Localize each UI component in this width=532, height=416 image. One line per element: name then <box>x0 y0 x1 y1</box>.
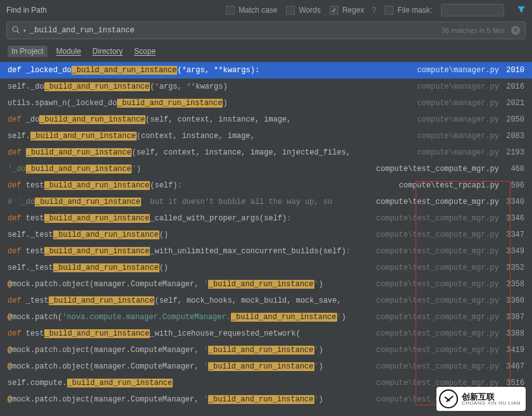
regex-checkbox[interactable]: ✓ Regex <box>330 6 364 15</box>
result-row[interactable]: self._test_build_and_run_instance()compu… <box>0 260 532 276</box>
result-row[interactable]: def test_build_and_run_instance(self):co… <box>0 177 532 194</box>
result-file: compute\manager.py <box>417 148 499 157</box>
result-line: 2016 <box>503 82 524 91</box>
result-line: 2083 <box>503 132 524 141</box>
result-file: compute\test_compute_mgr.py <box>376 214 499 223</box>
result-row[interactable]: def _locked_do_build_and_run_instance(*a… <box>0 62 532 79</box>
svg-point-0 <box>13 27 18 32</box>
result-row[interactable]: # `_do_build_and_run_instance` but it do… <box>0 194 532 210</box>
result-line: 2193 <box>503 148 524 157</box>
file-mask-checkbox[interactable]: File mask: <box>385 6 432 15</box>
result-code: self._do_build_and_run_instance(*args, *… <box>8 82 412 91</box>
regex-help-icon[interactable]: ? <box>372 6 376 15</box>
result-line: 3349 <box>503 247 524 256</box>
result-row[interactable]: '_do_build_and_run_instance')compute\tes… <box>0 161 532 177</box>
search-field[interactable]: ▾ 36 matches in 5 files ✕ <box>6 22 526 39</box>
result-row[interactable]: utils.spawn_n(_locked_do_build_and_run_i… <box>0 95 532 111</box>
dialog-title: Find in Path <box>6 6 47 15</box>
result-row[interactable]: self._test_build_and_run_instance()compu… <box>0 227 532 243</box>
result-code: # `_do_build_and_run_instance` but it do… <box>8 198 371 206</box>
result-file: compute\test_compute_mgr.py <box>376 247 499 256</box>
result-row[interactable]: self._do_build_and_run_instance(*args, *… <box>0 79 532 95</box>
result-file: compute\test_rpcapi.py <box>399 181 499 190</box>
result-code: utils.spawn_n(_locked_do_build_and_run_i… <box>8 99 412 108</box>
results-list[interactable]: def _locked_do_build_and_run_instance(*a… <box>0 62 532 412</box>
words-label: Words <box>299 6 320 15</box>
result-line: 3388 <box>503 329 524 338</box>
result-row[interactable]: def test_build_and_run_instance_called_w… <box>0 210 532 227</box>
result-row[interactable]: @mock.patch.object(manager.ComputeManage… <box>0 276 532 293</box>
match-count: 36 matches in 5 files <box>442 27 505 34</box>
result-code: def test_build_and_run_instance_with_ice… <box>8 329 371 338</box>
result-file: compute\test_compute_mgr.py <box>376 313 499 322</box>
result-code: def test_build_and_run_instance(self): <box>8 181 394 190</box>
result-line: 2010 <box>503 66 524 75</box>
result-code: def _locked_do_build_and_run_instance(*a… <box>8 66 412 75</box>
result-code: @mock.patch('nova.compute.manager.Comput… <box>8 313 371 322</box>
result-row[interactable]: def _do_build_and_run_instance(self, con… <box>0 111 532 128</box>
result-line: 468 <box>503 165 524 173</box>
words-checkbox[interactable]: Words <box>286 6 320 15</box>
clear-icon[interactable]: ✕ <box>511 26 520 35</box>
result-row[interactable]: @mock.patch('nova.compute.manager.Comput… <box>0 309 532 325</box>
result-line: 3387 <box>503 313 524 322</box>
watermark-logo-icon <box>439 389 458 408</box>
result-row[interactable]: def _build_and_run_instance(self, contex… <box>0 144 532 161</box>
result-row[interactable]: @mock.patch.object(manager.ComputeManage… <box>0 358 532 375</box>
checkbox-icon <box>226 6 235 15</box>
checkbox-icon <box>286 6 295 15</box>
result-file: compute\test_compute_mgr.py <box>376 379 499 388</box>
result-file: compute\test_compute_mgr.py <box>376 280 499 289</box>
result-row[interactable]: self._build_and_run_instance(context, in… <box>0 128 532 144</box>
result-file: compute\manager.py <box>417 132 499 141</box>
result-file: compute\test_compute_mgr.py <box>376 165 499 173</box>
result-line: 2050 <box>503 115 524 124</box>
result-line: 3360 <box>503 296 524 305</box>
match-case-checkbox[interactable]: Match case <box>226 6 277 15</box>
svg-line-1 <box>17 31 19 33</box>
watermark-en: CHUANG XIN HU LIAN <box>462 401 521 406</box>
search-input[interactable] <box>30 26 438 35</box>
result-file: compute\test_compute_mgr.py <box>376 329 499 338</box>
regex-label: Regex <box>342 6 364 15</box>
result-line: 2021 <box>503 99 524 108</box>
result-code: def _build_and_run_instance(self, contex… <box>8 148 412 157</box>
result-code: def _test_build_and_run_instance(self, m… <box>8 296 371 305</box>
result-code: self.compute._build_and_run_instance <box>8 379 371 388</box>
dialog-header: Find in Path Match case Words ✓ Regex ? … <box>0 0 532 20</box>
result-line: 3419 <box>503 346 524 355</box>
checkbox-icon: ✓ <box>330 6 338 15</box>
result-line: 3352 <box>503 263 524 272</box>
scope-tab-scope[interactable]: Scope <box>132 46 158 57</box>
result-file: compute\manager.py <box>417 66 499 75</box>
result-file: compute\test_compute_mgr.py <box>376 296 499 305</box>
result-row[interactable]: def test_build_and_run_instance_with_unl… <box>0 243 532 260</box>
scope-tab-directory[interactable]: Directory <box>90 46 125 57</box>
result-line: 3340 <box>503 198 524 206</box>
result-code: def _do_build_and_run_instance(self, con… <box>8 115 412 124</box>
result-code: self._test_build_and_run_instance() <box>8 263 371 272</box>
result-row[interactable]: def test_build_and_run_instance_with_ice… <box>0 325 532 342</box>
result-file: compute\test_compute_mgr.py <box>376 198 499 206</box>
result-code: @mock.patch.object(manager.ComputeManage… <box>8 362 371 371</box>
result-line: 3347 <box>503 230 524 239</box>
match-case-label: Match case <box>238 6 277 15</box>
scope-tab-module[interactable]: Module <box>54 46 84 57</box>
chevron-down-icon[interactable]: ▾ <box>23 28 26 34</box>
result-line: 596 <box>503 181 524 190</box>
scope-tab-in-project[interactable]: In Project <box>8 46 47 57</box>
result-row[interactable]: @mock.patch.object(manager.ComputeManage… <box>0 342 532 358</box>
filter-icon[interactable] <box>517 5 526 16</box>
result-code: def test_build_and_run_instance_called_w… <box>8 214 371 223</box>
result-code: self._test_build_and_run_instance() <box>8 230 371 239</box>
result-file: compute\test_compute_mgr.py <box>376 346 499 355</box>
result-file: compute\manager.py <box>417 99 499 108</box>
result-code: '_do_build_and_run_instance') <box>8 165 371 173</box>
file-mask-input[interactable] <box>441 4 504 16</box>
result-code: self._build_and_run_instance(context, in… <box>8 132 412 141</box>
result-file: compute\manager.py <box>417 115 499 124</box>
result-row[interactable]: def _test_build_and_run_instance(self, m… <box>0 293 532 309</box>
search-icon <box>12 26 20 35</box>
result-line: 3358 <box>503 280 524 289</box>
result-code: @mock.patch.object(manager.ComputeManage… <box>8 395 371 404</box>
